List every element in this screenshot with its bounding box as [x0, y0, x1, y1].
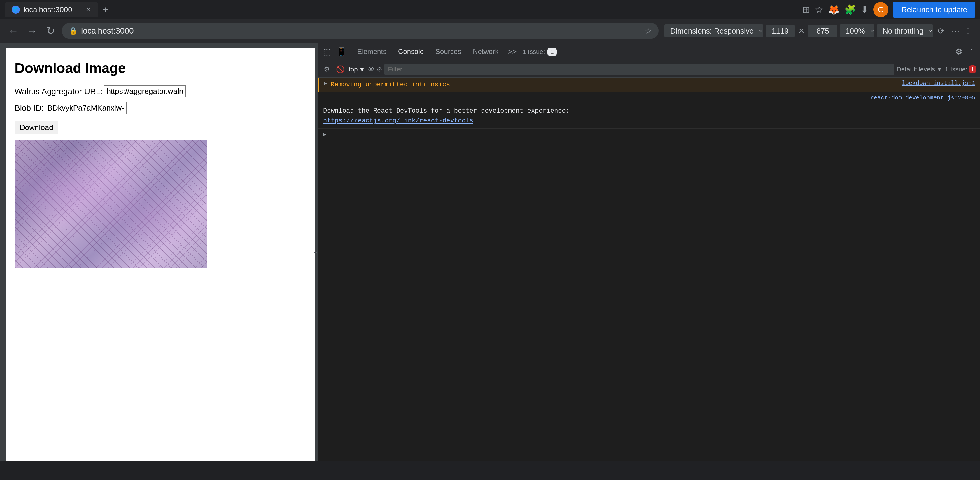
- viewport-container: Download Image Walrus Aggregator URL: Bl…: [0, 43, 315, 461]
- expand-arrow-4[interactable]: ▶: [323, 131, 326, 137]
- devtools-settings-icon[interactable]: ⚙: [953, 45, 965, 59]
- console-levels-select[interactable]: Default levels ▼: [897, 66, 943, 73]
- console-clear-icon[interactable]: 🚫: [334, 64, 347, 75]
- console-issues-indicator[interactable]: 1 Issue: 1: [945, 65, 977, 73]
- rotate-icon[interactable]: ⟳: [935, 24, 947, 38]
- bookmark-star-icon[interactable]: ☆: [645, 27, 652, 36]
- ruler-vertical: [0, 48, 6, 461]
- aggregator-input[interactable]: [104, 86, 186, 97]
- viewport-width-input[interactable]: [766, 25, 795, 37]
- blob-row: Blob ID:: [14, 102, 306, 114]
- levels-chevron: ▼: [936, 66, 943, 73]
- reload-button[interactable]: ↻: [43, 23, 58, 38]
- throttle-select[interactable]: No throttling: [877, 24, 933, 37]
- tab-title: localhost:3000: [23, 5, 72, 14]
- tab-sources[interactable]: Sources: [430, 43, 467, 61]
- active-tab[interactable]: 🌐 localhost:3000 ✕: [5, 2, 98, 17]
- responsive-select[interactable]: Dimensions: Responsive: [664, 24, 763, 37]
- console-entry-2-source[interactable]: react-dom.development.js:29895: [870, 94, 975, 101]
- console-entry-3-content: Download the React DevTools for a better…: [323, 106, 975, 126]
- back-button[interactable]: ←: [6, 23, 21, 38]
- top-label: top: [349, 66, 358, 73]
- puzzle-extension-icon[interactable]: 🧩: [845, 4, 856, 15]
- address-text: localhost:3000: [81, 26, 641, 36]
- issues-count-badge: 1: [547, 48, 557, 56]
- tab-console[interactable]: Console: [392, 43, 430, 61]
- ruler-horizontal: [0, 43, 315, 48]
- devtools-tabs: ⬚ 📱 Elements Console Sources Network >> …: [318, 43, 980, 61]
- devtools-more-icon[interactable]: ⋮: [965, 45, 978, 59]
- console-entry-2: react-dom.development.js:29895: [318, 92, 980, 104]
- responsive-toolbar: Dimensions: Responsive ✕ 100% No throttl…: [662, 24, 974, 38]
- devtools-panel: ⬚ 📱 Elements Console Sources Network >> …: [318, 43, 980, 461]
- react-devtools-link[interactable]: https://reactjs.org/link/react-devtools: [323, 116, 975, 126]
- zoom-select[interactable]: 100%: [840, 24, 874, 37]
- viewport-with-ruler: Download Image Walrus Aggregator URL: Bl…: [0, 48, 315, 461]
- tab-favicon: 🌐: [12, 6, 20, 14]
- console-entry-1: ▶ Removing unpermitted intrinsics lockdo…: [318, 78, 980, 92]
- aggregator-row: Walrus Aggregator URL:: [14, 86, 306, 97]
- download-icon[interactable]: ⬇: [861, 4, 869, 15]
- eye-icon[interactable]: 👁: [368, 65, 374, 73]
- download-button[interactable]: Download: [14, 121, 58, 134]
- issues-indicator[interactable]: 1 Issue: 1: [523, 48, 557, 56]
- filter-icon: ⊘: [377, 66, 382, 73]
- console-content: ▶ Removing unpermitted intrinsics lockdo…: [318, 78, 980, 461]
- top-chevron: ▼: [359, 66, 366, 73]
- more-options-icon[interactable]: ⋯: [949, 24, 962, 38]
- aggregator-label: Walrus Aggregator URL:: [14, 87, 103, 96]
- relaunch-button[interactable]: Relaunch to update: [893, 2, 975, 18]
- fox-extension-icon[interactable]: 🦊: [828, 4, 840, 15]
- expand-arrow-1[interactable]: ▶: [324, 80, 327, 86]
- console-entry-4: ▶: [318, 129, 980, 140]
- page-title: Download Image: [14, 60, 306, 76]
- issues-label: 1 Issue:: [945, 66, 967, 73]
- new-tab-button[interactable]: +: [100, 2, 111, 17]
- top-context[interactable]: top ▼: [349, 66, 365, 73]
- levels-label: Default levels: [897, 66, 935, 73]
- main-layout: Download Image Walrus Aggregator URL: Bl…: [0, 43, 980, 461]
- issues-badge-red: 1: [969, 65, 977, 73]
- blob-label: Blob ID:: [14, 103, 44, 113]
- console-toolbar: ⚙ 🚫 top ▼ 👁 ⊘ Default levels ▼ 1 Issue: …: [318, 61, 980, 78]
- bookmark-icon[interactable]: ☆: [815, 4, 823, 15]
- console-entry-1-text: Removing unpermitted intrinsics: [331, 80, 899, 89]
- console-entry-3: Download the React DevTools for a better…: [318, 104, 980, 129]
- lock-icon: 🔒: [69, 27, 78, 35]
- devtools-more-tabs[interactable]: >>: [504, 45, 520, 59]
- extension-icon[interactable]: ⊞: [802, 4, 810, 15]
- webpage-content: Download Image Walrus Aggregator URL: Bl…: [6, 48, 315, 461]
- nav-bar: ← → ↻ 🔒 localhost:3000 ☆ Dimensions: Res…: [0, 19, 980, 43]
- dimension-separator: ✕: [797, 27, 806, 36]
- tab-bar-actions: ⊞ ☆ 🦊 🧩 ⬇ G Relaunch to update: [802, 2, 975, 18]
- issues-text: 1 Issue:: [523, 48, 545, 56]
- console-entry-3-text: Download the React DevTools for a better…: [323, 106, 975, 116]
- viewport-height-input[interactable]: [808, 25, 837, 37]
- profile-avatar[interactable]: G: [873, 2, 888, 17]
- tab-elements[interactable]: Elements: [352, 43, 392, 61]
- devtools-icons: ⬚ 📱: [321, 45, 349, 59]
- forward-button[interactable]: →: [24, 23, 40, 38]
- address-bar[interactable]: 🔒 localhost:3000 ☆: [62, 23, 659, 39]
- console-entry-1-source[interactable]: lockdown-install.js:1: [902, 80, 975, 87]
- browser-chrome: 🌐 localhost:3000 ✕ + ⊞ ☆ 🦊 🧩 ⬇ G Relaunc…: [0, 0, 980, 43]
- device-icon[interactable]: 📱: [334, 45, 349, 59]
- console-settings-icon[interactable]: ⚙: [322, 64, 332, 75]
- console-filter-input[interactable]: [384, 64, 894, 75]
- expand-icon[interactable]: ⋮: [964, 27, 972, 36]
- tab-close-btn[interactable]: ✕: [86, 6, 91, 13]
- panel-resizer[interactable]: ⋮: [315, 43, 318, 461]
- blob-input[interactable]: [45, 102, 127, 114]
- microscopy-image: [14, 140, 207, 268]
- tab-network[interactable]: Network: [467, 43, 504, 61]
- inspect-icon[interactable]: ⬚: [321, 45, 333, 59]
- tab-bar: 🌐 localhost:3000 ✕ + ⊞ ☆ 🦊 🧩 ⬇ G Relaunc…: [0, 0, 980, 19]
